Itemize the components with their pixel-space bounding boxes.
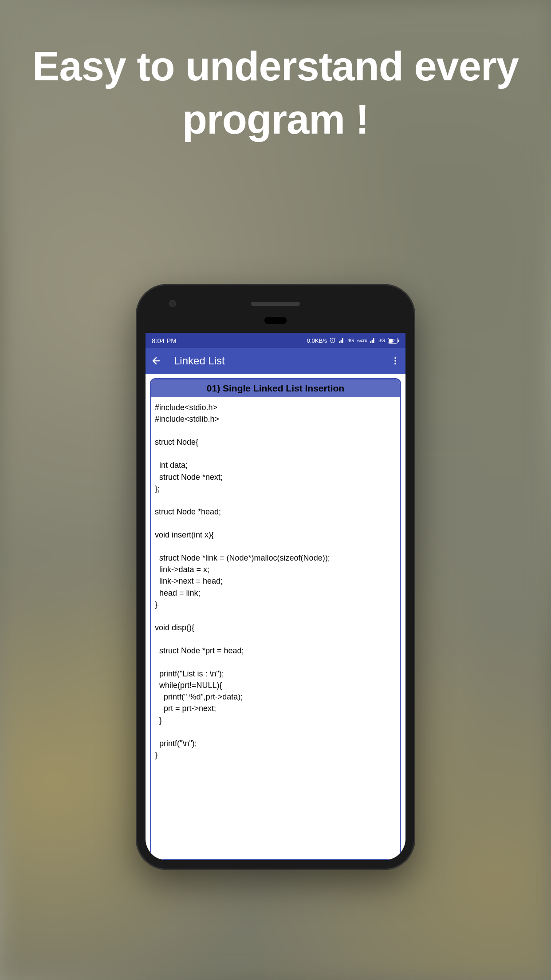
phone-earpiece-notch — [264, 317, 287, 324]
svg-point-5 — [394, 357, 396, 359]
phone-frame: 8:04 PM 0.0KB/s 4G VoLTE 3G 47 Linked Li… — [136, 284, 415, 870]
app-bar: Linked List — [146, 348, 405, 374]
svg-point-7 — [394, 363, 396, 365]
back-button[interactable] — [151, 356, 161, 366]
program-card: 01) Single Linked List Insertion #includ… — [150, 378, 401, 860]
promo-headline: Easy to understand every program ! — [0, 40, 551, 146]
svg-rect-3 — [398, 340, 399, 342]
status-net1: 4G — [347, 338, 354, 343]
phone-screen: 8:04 PM 0.0KB/s 4G VoLTE 3G 47 Linked Li… — [146, 333, 405, 860]
arrow-left-icon — [151, 356, 161, 366]
svg-text:47: 47 — [390, 339, 395, 343]
content-area[interactable]: 01) Single Linked List Insertion #includ… — [146, 374, 405, 860]
battery-icon: 47 — [388, 338, 399, 344]
status-time: 8:04 PM — [152, 337, 177, 344]
program-title: 01) Single Linked List Insertion — [151, 379, 400, 397]
phone-camera-dot — [169, 300, 176, 307]
status-bar: 8:04 PM 0.0KB/s 4G VoLTE 3G 47 — [146, 333, 405, 348]
overflow-menu-button[interactable] — [390, 356, 400, 366]
signal-icon-1 — [338, 337, 345, 344]
status-net1-sub: VoLTE — [357, 339, 367, 343]
program-code: #include<stdio.h> #include<stdlib.h> str… — [151, 397, 400, 765]
alarm-icon — [330, 337, 336, 344]
signal-icon-2 — [370, 337, 376, 344]
status-data-rate: 0.0KB/s — [307, 337, 327, 344]
page-title: Linked List — [174, 355, 378, 367]
status-net2: 3G — [378, 338, 385, 343]
svg-point-6 — [394, 360, 396, 362]
more-vert-icon — [390, 356, 400, 366]
status-right-cluster: 0.0KB/s 4G VoLTE 3G 47 — [307, 337, 399, 344]
